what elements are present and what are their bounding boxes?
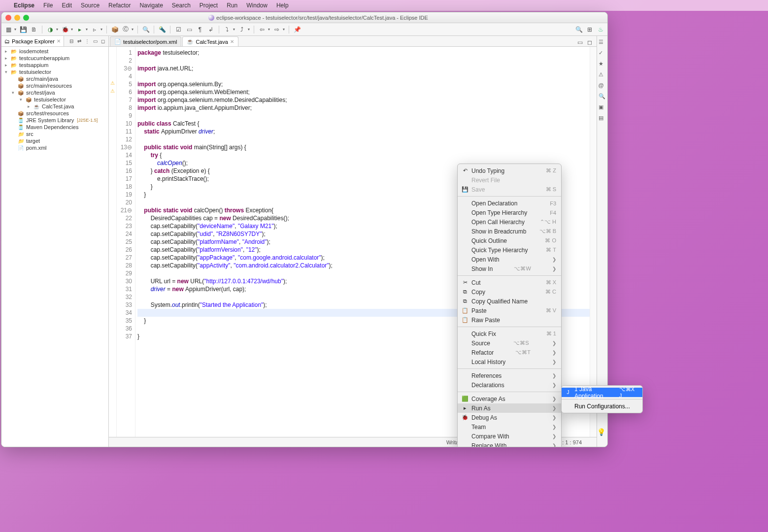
tree-item[interactable]: 📁src: [1, 131, 108, 137]
tree-item[interactable]: ▸📂testsappium: [1, 62, 108, 68]
ctx-local-history[interactable]: Local History❯: [458, 357, 561, 366]
outline-icon[interactable]: ☰: [599, 39, 606, 47]
tree-item[interactable]: ▾📦testuiselector: [1, 96, 108, 103]
terminal-icon[interactable]: ▤: [599, 115, 606, 123]
ctx-show-in[interactable]: Show In⌥⌘W ❯: [458, 264, 561, 273]
minimize-window-button[interactable]: [14, 15, 20, 21]
close-window-button[interactable]: [5, 15, 11, 21]
tree-item[interactable]: ▾📦src/test/java: [1, 89, 108, 96]
tree-item[interactable]: 📦src/test/resources: [1, 110, 108, 117]
java-perspective-icon[interactable]: ♨: [597, 26, 604, 33]
collapse-all-icon[interactable]: ⊟: [68, 38, 75, 45]
ctx-quick-outline[interactable]: Quick Outline⌘ O: [458, 236, 561, 245]
ctx-run-as[interactable]: ▸Run As❯: [458, 403, 561, 413]
new-package-icon[interactable]: 📦: [111, 26, 119, 33]
menu-edit[interactable]: Edit: [62, 2, 72, 9]
app-name[interactable]: Eclipse: [14, 2, 34, 9]
tree-item[interactable]: 📦src/main/java: [1, 75, 108, 82]
ctx-declarations[interactable]: Declarations❯: [458, 380, 561, 390]
menu-source[interactable]: Source: [81, 2, 100, 9]
open-perspective-icon[interactable]: ⊞: [586, 26, 594, 33]
save-all-icon[interactable]: 🗎: [30, 26, 38, 33]
ctx-raw-paste[interactable]: 📋Raw Paste: [458, 315, 561, 325]
block-select-icon[interactable]: ▭: [185, 26, 193, 33]
ctx-open-with[interactable]: Open With❯: [458, 255, 561, 264]
console-icon[interactable]: ▣: [599, 104, 606, 112]
close-icon[interactable]: ✕: [57, 38, 61, 44]
save-icon[interactable]: 💾: [19, 26, 27, 33]
task-list-icon[interactable]: ✓: [599, 50, 606, 58]
new-class-icon[interactable]: Ⓒ: [122, 26, 130, 33]
run-as-submenu[interactable]: J1 Java Application⌥⌘X JRun Configuratio…: [561, 385, 643, 413]
bookmarks-icon[interactable]: ★: [599, 61, 606, 68]
tree-item[interactable]: 📦src/main/resources: [1, 82, 108, 89]
run-last-icon[interactable]: ▹: [91, 26, 99, 33]
maximize-view-icon[interactable]: ◻: [100, 38, 106, 45]
maximize-editor-icon[interactable]: ◻: [586, 38, 594, 46]
minimize-view-icon[interactable]: ▭: [92, 38, 99, 45]
tree-item[interactable]: 📄pom.xml: [1, 144, 108, 151]
ctx-cut[interactable]: ✂Cut⌘ X: [458, 278, 561, 287]
tree-item[interactable]: ▸📂testcucumberappium: [1, 55, 108, 62]
menu-run[interactable]: Run: [227, 2, 237, 9]
tree-item[interactable]: 📁target: [1, 137, 108, 144]
ctx-debug-as[interactable]: 🐞Debug As❯: [458, 413, 561, 422]
menu-navigate[interactable]: Navigate: [139, 2, 163, 9]
next-annotation-icon[interactable]: ⤵: [223, 26, 231, 33]
zoom-window-button[interactable]: [23, 15, 29, 21]
word-wrap-icon[interactable]: ↲: [207, 26, 215, 33]
tree-item[interactable]: ▸📂iosdemotest: [1, 48, 108, 55]
ctx-source[interactable]: Source⌥⌘S ❯: [458, 338, 561, 348]
ctx-copy-qualified-name[interactable]: ⧉Copy Qualified Name: [458, 297, 561, 306]
tree-item[interactable]: ▸☕CalcTest.java: [1, 103, 108, 110]
ctx-copy[interactable]: ⧉Copy⌘ C: [458, 287, 561, 297]
menu-window[interactable]: Window: [246, 2, 267, 9]
close-icon[interactable]: ✕: [230, 39, 234, 44]
prev-annotation-icon[interactable]: ⤴: [238, 26, 246, 33]
javadoc-icon[interactable]: @: [599, 82, 606, 90]
ctx-references[interactable]: References❯: [458, 371, 561, 380]
submenu-run-configurations-[interactable]: Run Configurations...: [562, 401, 642, 411]
ctx-quick-type-hierarchy[interactable]: Quick Type Hierarchy⌘ T: [458, 245, 561, 255]
editor-tab-calctest[interactable]: ☕ CalcTest.java ✕: [182, 36, 238, 46]
tree-item[interactable]: 🫙Maven Dependencies: [1, 124, 108, 131]
ctx-show-in-breadcrumb[interactable]: Show in Breadcrumb⌥⌘ B: [458, 227, 561, 236]
coverage-icon[interactable]: ◑: [46, 26, 54, 33]
run-icon[interactable]: ▸: [76, 26, 84, 33]
open-type-icon[interactable]: 🔍: [142, 26, 150, 33]
package-explorer-tab[interactable]: 🗂 Package Explorer ✕: [1, 36, 64, 46]
ctx-open-declaration[interactable]: Open DeclarationF3: [458, 199, 561, 208]
menu-help[interactable]: Help: [276, 2, 289, 9]
ctx-refactor[interactable]: Refactor⌥⌘T ❯: [458, 348, 561, 357]
tip-icon[interactable]: 💡: [597, 428, 605, 436]
ctx-open-call-hierarchy[interactable]: Open Call Hierarchy⌃⌥ H: [458, 217, 561, 227]
ctx-paste[interactable]: 📋Paste⌘ V: [458, 306, 561, 315]
back-icon[interactable]: ⇦: [258, 26, 266, 33]
link-editor-icon[interactable]: ⇄: [76, 38, 83, 45]
ctx-undo-typing[interactable]: ↶Undo Typing⌘ Z: [458, 166, 561, 175]
new-icon[interactable]: ▦: [4, 26, 12, 33]
ctx-team[interactable]: Team❯: [458, 422, 561, 432]
ctx-quick-fix[interactable]: Quick Fix⌘ 1: [458, 329, 561, 338]
ctx-open-type-hierarchy[interactable]: Open Type HierarchyF4: [458, 208, 561, 217]
ctx-compare-with[interactable]: Compare With❯: [458, 432, 561, 441]
declaration-icon[interactable]: 🔍: [599, 93, 606, 101]
editor-tab-pom[interactable]: 📄 testuiselector/pom.xml: [110, 36, 181, 46]
overview-ruler[interactable]: [590, 47, 597, 437]
forward-icon[interactable]: ⇨: [273, 26, 281, 33]
debug-icon[interactable]: 🐞: [61, 26, 69, 33]
tree-item[interactable]: 🫙JRE System Library[J2SE-1.5]: [1, 117, 108, 124]
problems-icon[interactable]: ⚠: [599, 71, 606, 79]
project-tree[interactable]: ▸📂iosdemotest▸📂testcucumberappium▸📂tests…: [1, 47, 108, 447]
menu-search[interactable]: Search: [172, 2, 191, 9]
pin-editor-icon[interactable]: 📌: [293, 26, 301, 33]
submenu--java-application[interactable]: J1 Java Application⌥⌘X J: [562, 388, 642, 397]
menu-project[interactable]: Project: [200, 2, 218, 9]
minimize-editor-icon[interactable]: ▭: [576, 38, 584, 46]
toggle-mark-icon[interactable]: ☑: [174, 26, 182, 33]
editor-context-menu[interactable]: ↶Undo Typing⌘ ZRevert File💾Save⌘ SOpen D…: [457, 164, 562, 447]
search-icon[interactable]: 🔦: [158, 26, 166, 33]
ctx-coverage-as[interactable]: 🟩Coverage As❯: [458, 394, 561, 403]
view-menu-icon[interactable]: ⋮: [84, 38, 91, 45]
menu-refactor[interactable]: Refactor: [108, 2, 131, 9]
